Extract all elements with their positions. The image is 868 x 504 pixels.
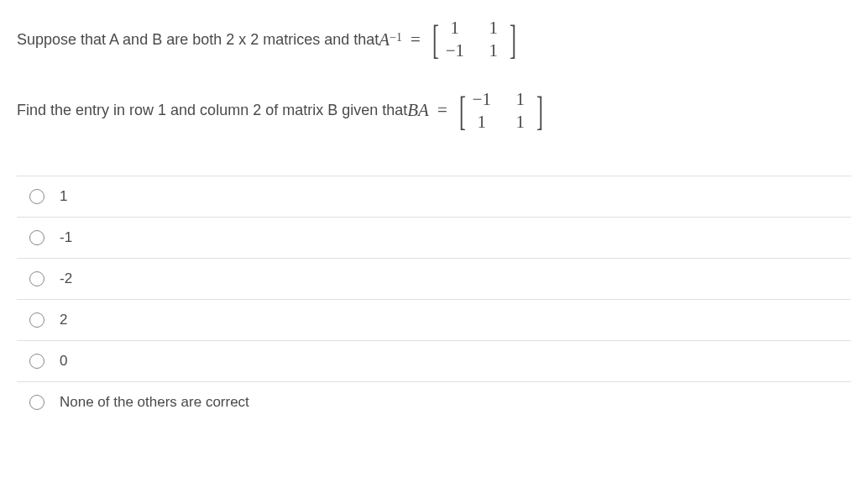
option-label: 0 [60, 353, 67, 370]
matrix-cell: 1 [510, 111, 531, 134]
matrix-cell: 1 [483, 39, 505, 62]
radio-button[interactable] [29, 312, 44, 328]
option-row[interactable]: 0 [17, 340, 851, 381]
option-row[interactable]: None of the others are correct [17, 381, 851, 423]
matrix-ba: [ −1 1 1 1 ] [456, 88, 546, 134]
matrix-var-a2: A [418, 100, 429, 121]
question-text-1: Suppose that A and B are both 2 x 2 matr… [17, 31, 379, 49]
answer-options: 1 -1 -2 2 0 None of the others are corre… [17, 176, 851, 423]
matrix-cell: 1 [483, 17, 505, 39]
radio-button[interactable] [29, 230, 44, 245]
exponent: −1 [390, 31, 402, 45]
matrix-var-a: A [379, 29, 390, 50]
question-line-1: Suppose that A and B are both 2 x 2 matr… [17, 17, 851, 63]
matrix-cell: 1 [444, 17, 466, 39]
matrix-cell: −1 [444, 39, 466, 62]
right-bracket-icon: ] [510, 19, 516, 60]
equals-sign-1: = [410, 29, 421, 50]
option-label: None of the others are correct [60, 394, 249, 411]
left-bracket-icon: [ [459, 91, 466, 131]
equals-sign-2: = [437, 100, 447, 121]
option-label: 2 [60, 312, 67, 328]
question-text-2: Find the entry in row 1 and column 2 of … [17, 102, 407, 119]
option-label: -2 [60, 270, 72, 287]
option-label: -1 [60, 229, 72, 246]
matrix-cell: −1 [471, 88, 493, 111]
matrix-a-inverse: [ 1 1 −1 1 ] [429, 17, 520, 63]
option-label: 1 [60, 188, 67, 205]
question-body: Suppose that A and B are both 2 x 2 matr… [17, 17, 851, 134]
left-bracket-icon: [ [432, 19, 439, 60]
matrix-cell: 1 [510, 88, 531, 111]
matrix-var-b: B [407, 100, 418, 121]
option-row[interactable]: 1 [17, 176, 851, 217]
radio-button[interactable] [29, 354, 44, 369]
radio-button[interactable] [29, 395, 44, 410]
option-row[interactable]: -1 [17, 217, 851, 258]
question-line-2: Find the entry in row 1 and column 2 of … [17, 88, 851, 134]
right-bracket-icon: ] [536, 91, 543, 131]
radio-button[interactable] [29, 189, 44, 204]
radio-button[interactable] [29, 271, 44, 286]
matrix-cell: 1 [471, 111, 493, 134]
option-row[interactable]: 2 [17, 299, 851, 340]
option-row[interactable]: -2 [17, 258, 851, 299]
